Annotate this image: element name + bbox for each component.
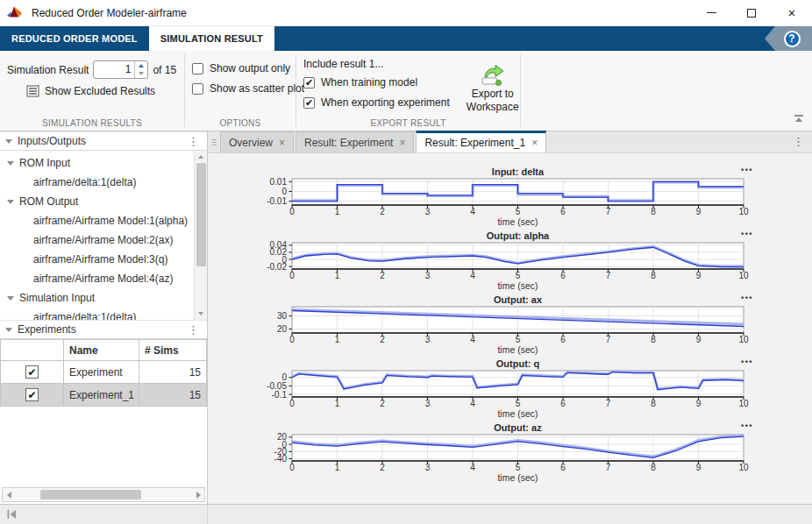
x-tick-label: 6 bbox=[560, 207, 566, 216]
x-tick-label: 3 bbox=[425, 207, 431, 216]
export-to-workspace-button[interactable]: Export to Workspace bbox=[459, 58, 527, 117]
scroll-left-icon[interactable] bbox=[3, 492, 16, 499]
checked-checkbox-icon[interactable]: ✔ bbox=[303, 77, 315, 89]
tree-item-airframe-delta-1-delta[interactable]: airframe/delta:1(delta) bbox=[0, 308, 194, 320]
spinner-up-icon[interactable] bbox=[135, 61, 147, 70]
x-tick-label: 2 bbox=[380, 335, 385, 344]
panel-menu-icon[interactable]: ⋮ bbox=[185, 135, 202, 148]
chart-options-menu-icon[interactable]: ••• bbox=[730, 421, 753, 430]
help-button[interactable]: ? bbox=[765, 26, 812, 51]
tree-item-airframe-delta-1-delta[interactable]: airframe/delta:1(delta) bbox=[0, 173, 194, 192]
plot-axes bbox=[292, 179, 744, 205]
unchecked-checkbox-icon[interactable] bbox=[192, 83, 203, 95]
x-tick-label: 0 bbox=[289, 463, 295, 472]
scrollbar-thumb[interactable] bbox=[40, 490, 141, 499]
x-tick-label: 6 bbox=[560, 335, 566, 344]
chart-output-q: Output: q•••0-0.05-0.1012345678910time (… bbox=[243, 358, 808, 421]
tree-item-airframe-airframe-model-1-alpha[interactable]: airframe/Airframe Model:1(alpha) bbox=[0, 211, 194, 230]
scrollbar-thumb[interactable] bbox=[196, 163, 206, 266]
tree-item-airframe-airframe-model-4-az[interactable]: airframe/Airframe Model:4(az) bbox=[0, 269, 194, 288]
experiments-title: Experiments bbox=[18, 323, 76, 336]
checkbox-show-as-scatter-plot[interactable]: Show as scatter plot bbox=[192, 82, 290, 95]
x-tick-label: 4 bbox=[470, 335, 475, 344]
spinner-down-icon[interactable] bbox=[135, 70, 147, 79]
checked-checkbox-icon[interactable]: ✔ bbox=[303, 97, 315, 109]
doc-tab-result-experiment-1[interactable]: Result: Experiment_1× bbox=[416, 131, 546, 152]
x-tick-label: 6 bbox=[560, 399, 566, 408]
close-icon: × bbox=[788, 6, 796, 19]
y-tick-label: 30 bbox=[238, 311, 287, 321]
x-tick-label: 8 bbox=[651, 463, 656, 472]
close-tab-icon[interactable]: × bbox=[399, 137, 405, 149]
experiment-checkbox[interactable]: ✔ bbox=[25, 388, 39, 401]
inputs-outputs-header[interactable]: Inputs/Outputs ⋮ bbox=[0, 131, 207, 151]
tree-item-rom-input[interactable]: ROM Input bbox=[0, 153, 194, 173]
minimize-button[interactable] bbox=[691, 0, 731, 25]
chart-options-menu-icon[interactable]: ••• bbox=[730, 166, 753, 174]
tab-simulation-result[interactable]: SIMULATION RESULT bbox=[149, 26, 274, 51]
tabbar-grip-icon[interactable] bbox=[208, 131, 220, 152]
tree-scrollbar[interactable] bbox=[194, 151, 207, 320]
export-to-workspace-label: Export to Workspace bbox=[464, 88, 522, 114]
close-tab-icon[interactable]: × bbox=[279, 137, 285, 149]
doc-tab-label: Result: Experiment bbox=[304, 137, 393, 149]
tree-collapse-icon[interactable] bbox=[7, 161, 14, 166]
plot-axes bbox=[292, 371, 744, 397]
x-tick-label: 0 bbox=[289, 207, 295, 216]
collapse-panel-icon[interactable] bbox=[5, 139, 12, 144]
section-export-result: Include result 1... ✔When training model… bbox=[296, 51, 520, 131]
x-tick-label: 0 bbox=[289, 335, 295, 344]
chart-title: Output: q bbox=[292, 358, 744, 371]
close-button[interactable]: × bbox=[772, 0, 812, 25]
tree-item-rom-output[interactable]: ROM Output bbox=[0, 192, 194, 211]
experiment-row-experiment-1[interactable]: ✔Experiment_115 bbox=[1, 384, 207, 407]
doc-tab-result-experiment[interactable]: Result: Experiment× bbox=[296, 131, 414, 152]
tree-item-airframe-airframe-model-3-q[interactable]: airframe/Airframe Model:3(q) bbox=[0, 250, 194, 269]
experiment-checkbox[interactable]: ✔ bbox=[25, 365, 39, 379]
close-tab-icon[interactable]: × bbox=[531, 137, 538, 149]
scroll-up-icon[interactable] bbox=[195, 151, 207, 163]
chart-options-menu-icon[interactable]: ••• bbox=[730, 358, 753, 366]
experiments-header[interactable]: Experiments ⋮ bbox=[0, 320, 207, 339]
section-simulation-results: Simulation Result 1 of 15 Show E bbox=[0, 51, 184, 131]
maximize-button[interactable] bbox=[731, 0, 772, 25]
x-tick-label: 9 bbox=[696, 399, 702, 408]
tree-collapse-icon[interactable] bbox=[7, 200, 14, 204]
x-tick-label: 0 bbox=[289, 399, 295, 408]
scroll-right-icon[interactable] bbox=[191, 492, 204, 499]
checkbox-when-training-model[interactable]: ✔When training model bbox=[303, 76, 450, 89]
collapse-panel-icon[interactable] bbox=[5, 328, 12, 332]
chart-options-menu-icon[interactable]: ••• bbox=[730, 230, 753, 238]
show-excluded-results-button[interactable]: Show Excluded Results bbox=[26, 85, 179, 97]
chart-output-ax: Output: ax•••3020012345678910time (sec) bbox=[243, 294, 808, 358]
simulation-result-spinner[interactable]: 1 bbox=[93, 60, 148, 79]
tree-item-label: ROM Input bbox=[19, 157, 70, 169]
tree-item-label: airframe/Airframe Model:1(alpha) bbox=[33, 215, 188, 227]
panel-menu-icon[interactable]: ⋮ bbox=[185, 323, 202, 336]
x-tick-label: 3 bbox=[425, 271, 431, 280]
checkbox-show-output-only[interactable]: Show output only bbox=[192, 62, 290, 74]
x-tick-label: 3 bbox=[425, 463, 431, 472]
doc-tab-overview[interactable]: Overview× bbox=[220, 131, 294, 152]
spinner-value[interactable]: 1 bbox=[94, 61, 134, 78]
inputs-outputs-title: Inputs/Outputs bbox=[18, 135, 86, 147]
unchecked-checkbox-icon[interactable] bbox=[192, 63, 203, 74]
chart-output-az: Output: az•••200-20-40012345678910time (… bbox=[243, 421, 808, 485]
tree-item-airframe-airframe-model-2-ax[interactable]: airframe/Airframe Model:2(ax) bbox=[0, 230, 194, 250]
document-area: Overview×Result: Experiment×Result: Expe… bbox=[208, 131, 812, 504]
x-tick-label: 2 bbox=[380, 399, 385, 408]
chart-options-menu-icon[interactable]: ••• bbox=[730, 294, 753, 302]
tree-collapse-icon[interactable] bbox=[7, 296, 14, 301]
scroll-down-icon[interactable] bbox=[195, 308, 207, 320]
tree-item-simulation-input[interactable]: Simulation Input bbox=[0, 288, 194, 308]
checkbox-label: When training model bbox=[321, 76, 417, 89]
experiment-row-experiment[interactable]: ✔Experiment15 bbox=[1, 361, 207, 384]
tabbar-menu-icon[interactable]: ⋮ bbox=[790, 135, 807, 148]
collapse-toolstrip-button[interactable] bbox=[793, 113, 805, 125]
checkbox-when-exporting-experiment[interactable]: ✔When exporting experiment bbox=[303, 96, 450, 109]
x-tick-label: 1 bbox=[335, 463, 340, 472]
experiments-hscrollbar[interactable] bbox=[2, 487, 205, 502]
collapse-left-panel-icon[interactable] bbox=[6, 509, 18, 520]
tab-reduced-order-model[interactable]: REDUCED ORDER MODEL bbox=[0, 26, 149, 51]
experiment-sims-count: 15 bbox=[139, 361, 207, 384]
